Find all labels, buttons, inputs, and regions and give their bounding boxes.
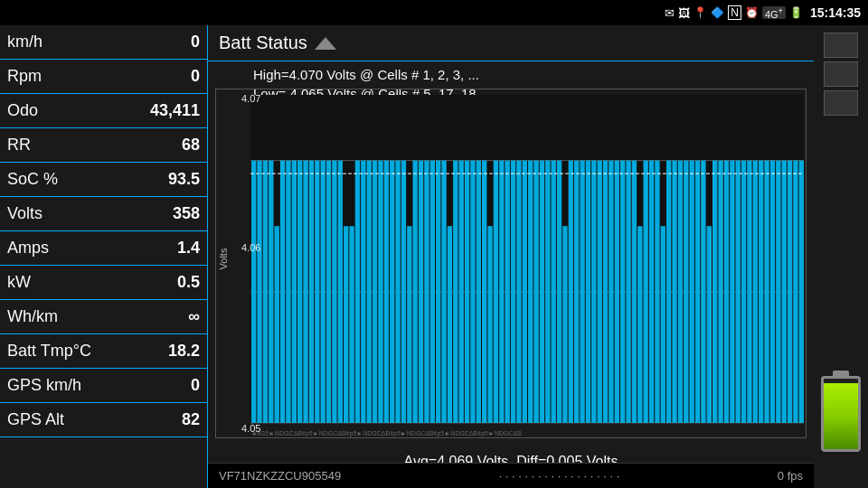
svg-rect-17 xyxy=(326,161,331,423)
svg-rect-34 xyxy=(424,161,429,423)
metric-value: 82 xyxy=(182,410,200,429)
metric-value: 358 xyxy=(173,204,200,223)
svg-rect-87 xyxy=(730,161,734,423)
svg-rect-20 xyxy=(344,226,348,423)
svg-rect-65 xyxy=(603,161,608,423)
metric-value: 68 xyxy=(182,136,200,155)
svg-rect-22 xyxy=(355,161,360,423)
svg-rect-51 xyxy=(523,161,527,423)
svg-rect-43 xyxy=(476,161,481,423)
metric-row: Rpm0 xyxy=(0,60,207,94)
svg-rect-59 xyxy=(569,161,573,423)
svg-rect-16 xyxy=(321,161,326,423)
metric-value: 0 xyxy=(191,376,200,395)
svg-rect-23 xyxy=(361,161,365,423)
svg-rect-10 xyxy=(286,161,290,423)
vin-number: VF71NZKZZCU905549 xyxy=(219,469,341,483)
svg-rect-6 xyxy=(263,161,268,423)
metric-label: Amps xyxy=(7,239,49,258)
svg-rect-49 xyxy=(511,161,515,423)
svg-rect-71 xyxy=(637,226,642,423)
svg-rect-56 xyxy=(552,161,556,423)
svg-rect-18 xyxy=(332,161,336,423)
svg-rect-83 xyxy=(707,226,712,423)
metric-value: 0 xyxy=(191,67,200,86)
svg-rect-48 xyxy=(505,161,510,423)
metric-label: Wh/km xyxy=(7,307,58,326)
svg-rect-60 xyxy=(574,161,579,423)
svg-rect-90 xyxy=(747,161,751,423)
metric-row: km/h0 xyxy=(0,25,207,60)
svg-rect-40 xyxy=(459,161,464,423)
metric-value: 43,411 xyxy=(150,101,200,120)
svg-rect-26 xyxy=(378,161,382,423)
svg-rect-78 xyxy=(678,161,683,423)
metric-value: 93.5 xyxy=(168,170,200,189)
metric-row: GPS Alt82 xyxy=(0,403,207,437)
metric-row: Wh/km∞ xyxy=(0,300,207,334)
metric-row: Odo43,411 xyxy=(0,94,207,128)
svg-rect-58 xyxy=(562,226,567,423)
right-panel xyxy=(814,25,868,488)
segment-2 xyxy=(824,61,858,87)
svg-rect-85 xyxy=(718,161,722,423)
svg-rect-37 xyxy=(441,161,446,423)
metric-label: Volts xyxy=(7,204,42,223)
svg-rect-42 xyxy=(470,161,475,423)
metric-row: kW0.5 xyxy=(0,266,207,300)
svg-rect-62 xyxy=(586,161,590,423)
metric-value: 0.5 xyxy=(177,273,200,292)
batt-status-title: Batt Status xyxy=(219,33,307,53)
svg-rect-64 xyxy=(598,161,602,423)
svg-rect-41 xyxy=(465,161,469,423)
metric-value: ∞ xyxy=(188,307,200,326)
svg-rect-50 xyxy=(516,161,521,423)
svg-rect-93 xyxy=(764,161,769,423)
battery-icon xyxy=(821,371,861,452)
network-icon: 4G+ xyxy=(762,6,786,20)
svg-rect-33 xyxy=(419,161,423,423)
svg-rect-14 xyxy=(309,161,314,423)
svg-rect-79 xyxy=(684,161,688,423)
svg-rect-11 xyxy=(292,161,297,423)
alarm-icon: ⏰ xyxy=(745,6,759,19)
svg-rect-72 xyxy=(644,161,648,423)
svg-rect-7 xyxy=(269,161,273,423)
status-icons: ✉ 🖼 📍 🔷 N ⏰ 4G+ 🔋 xyxy=(665,5,803,20)
svg-rect-32 xyxy=(413,161,418,423)
image-icon: 🖼 xyxy=(678,6,690,20)
svg-rect-28 xyxy=(390,161,394,423)
y-mid-label: 4.06 xyxy=(241,242,260,253)
metric-label: km/h xyxy=(7,33,42,52)
bar-chart-svg: ◄¢G5►NDGCΔB¢p5►NDGCΔB¢p5►NDGCΔB¢p5►NDGCΔ… xyxy=(216,89,806,437)
metric-label: Odo xyxy=(7,101,38,120)
svg-rect-70 xyxy=(632,161,637,423)
left-panel: km/h0Rpm0Odo43,411RR68SoC %93.5Volts358A… xyxy=(0,25,208,488)
svg-rect-92 xyxy=(759,161,763,423)
metric-row: SoC %93.5 xyxy=(0,163,207,197)
svg-rect-13 xyxy=(303,161,307,423)
metric-label: kW xyxy=(7,273,31,292)
svg-rect-88 xyxy=(736,161,741,423)
svg-rect-36 xyxy=(436,161,440,423)
metric-label: SoC % xyxy=(7,170,58,189)
metric-row: RR68 xyxy=(0,128,207,163)
svg-rect-25 xyxy=(373,161,377,423)
metric-label: RR xyxy=(7,136,31,155)
svg-rect-30 xyxy=(401,161,406,423)
svg-rect-35 xyxy=(430,161,435,423)
svg-rect-95 xyxy=(776,161,780,423)
svg-rect-46 xyxy=(494,161,498,423)
svg-rect-12 xyxy=(297,161,302,423)
metric-value: 1.4 xyxy=(177,239,200,258)
svg-rect-8 xyxy=(275,226,279,423)
svg-rect-27 xyxy=(384,161,389,423)
svg-rect-44 xyxy=(482,161,486,423)
svg-rect-45 xyxy=(487,226,492,423)
y-top-label: 4.07 xyxy=(241,93,260,104)
svg-rect-29 xyxy=(395,161,400,423)
bluetooth-icon: 🔷 xyxy=(711,6,724,19)
svg-rect-73 xyxy=(649,161,654,423)
svg-rect-74 xyxy=(655,161,659,423)
email-icon: ✉ xyxy=(665,6,675,20)
